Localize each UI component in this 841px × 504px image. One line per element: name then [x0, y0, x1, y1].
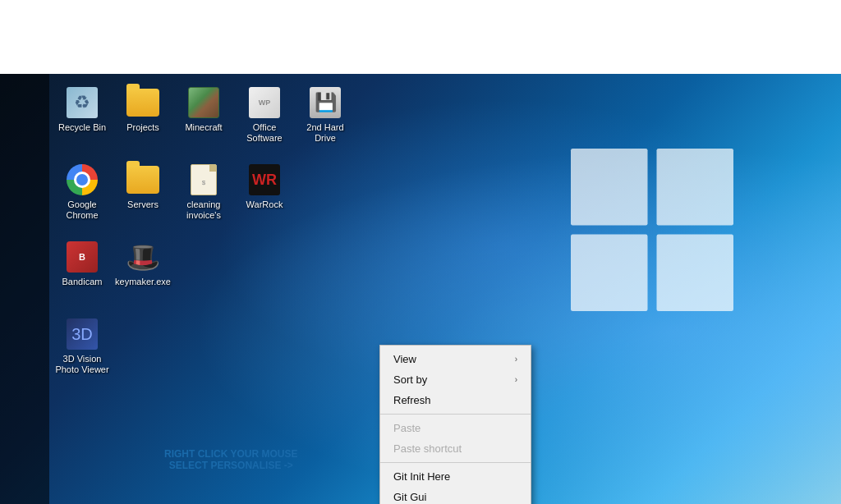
google-chrome-label: Google Chrome [54, 199, 110, 221]
hat-icon: 🎩 [127, 241, 159, 273]
menu-paste[interactable]: Paste [380, 418, 531, 438]
3dvision-icon: 3D [67, 318, 98, 350]
icon-google-chrome[interactable]: Google Chrome [53, 159, 111, 233]
office-software-icon: WP [249, 87, 280, 118]
menu-view[interactable]: View › [380, 349, 531, 369]
bandicam-label: Bandicam [62, 277, 103, 287]
icon-servers[interactable]: Servers [114, 159, 172, 233]
menu-divider-2 [380, 462, 531, 463]
projects-folder-icon [126, 89, 159, 117]
bandicam-icon: B [67, 241, 98, 273]
menu-paste-shortcut[interactable]: Paste shortcut [380, 438, 531, 459]
cleaning-invoices-icon: $ [191, 164, 217, 195]
view-arrow: › [515, 355, 517, 364]
context-menu: View › Sort by › Refresh Paste Paste sho… [379, 345, 531, 504]
desktop-icons: ♻ Recycle Bin Projects Minecraft WP Offi… [53, 82, 354, 387]
menu-git-gui[interactable]: Git Gui [380, 487, 531, 504]
icon-projects[interactable]: Projects [114, 82, 172, 156]
svg-rect-1 [657, 149, 734, 226]
servers-label: Servers [127, 199, 159, 210]
sort-by-arrow: › [515, 375, 517, 384]
icon-bandicam[interactable]: B Bandicam [53, 236, 111, 310]
svg-rect-0 [571, 149, 648, 226]
icon-recycle-bin[interactable]: ♻ Recycle Bin [53, 82, 111, 156]
desktop[interactable]: ♻ Recycle Bin Projects Minecraft WP Offi… [0, 74, 841, 504]
menu-divider-1 [380, 414, 531, 415]
instruction-line1: RIGHT CLICK YOUR MOUSE [164, 448, 297, 460]
warrock-label: WarRock [246, 199, 283, 210]
menu-sort-by[interactable]: Sort by › [380, 369, 531, 390]
recycle-bin-label: Recycle Bin [58, 122, 106, 133]
servers-folder-icon [126, 166, 159, 194]
chrome-icon [67, 164, 98, 195]
icon-2nd-hard-drive[interactable]: 💾 2nd Hard Drive [296, 82, 354, 156]
left-sidebar [0, 74, 49, 504]
menu-refresh[interactable]: Refresh [380, 390, 531, 410]
menu-git-init[interactable]: Git Init Here [380, 466, 531, 487]
icon-minecraft[interactable]: Minecraft [175, 82, 232, 156]
minecraft-label: Minecraft [185, 122, 222, 133]
cleaning-invoices-label: cleaning invoice's [176, 199, 232, 221]
svg-rect-2 [571, 235, 648, 312]
minecraft-icon [188, 87, 219, 118]
instruction-text: RIGHT CLICK YOUR MOUSE SELECT PERSONALIS… [164, 448, 297, 471]
icon-warrock[interactable]: WR WarRock [236, 159, 293, 233]
warrock-icon: WR [249, 164, 280, 195]
3dvision-label: 3D Vision Photo Viewer [54, 354, 110, 375]
top-white-bar [0, 0, 841, 74]
projects-label: Projects [126, 122, 159, 133]
windows-logo [562, 140, 742, 320]
icon-cleaning-invoices[interactable]: $ cleaning invoice's [175, 159, 232, 233]
icon-keymaker[interactable]: 🎩 keymaker.exe [114, 236, 172, 310]
svg-rect-3 [657, 235, 734, 312]
recycle-bin-icon: ♻ [67, 87, 98, 118]
office-software-label: Office Software [237, 122, 292, 144]
keymaker-label: keymaker.exe [115, 277, 171, 287]
icon-office-software[interactable]: WP Office Software [236, 82, 293, 156]
harddrive-icon: 💾 [310, 87, 341, 118]
2nd-hard-drive-label: 2nd Hard Drive [297, 122, 353, 144]
instruction-line2: SELECT PERSONALISE -> [164, 460, 297, 471]
icon-3dvision[interactable]: 3D 3D Vision Photo Viewer [53, 314, 111, 387]
